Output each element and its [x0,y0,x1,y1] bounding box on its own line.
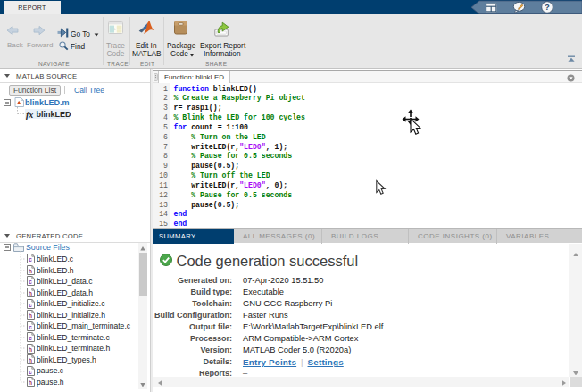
svg-text:c: c [29,256,32,263]
svg-text:c: c [29,369,32,375]
svg-text:h: h [29,268,32,274]
svg-text:?: ? [545,3,550,12]
svg-text:c: c [29,324,32,330]
svg-text:h: h [29,357,32,363]
svg-text:c: c [29,279,32,285]
svg-text:h: h [29,290,32,296]
svg-text:h: h [29,379,32,386]
svg-text:c: c [29,302,32,308]
svg-text:h: h [29,313,32,319]
svg-text:c: c [29,335,32,341]
svg-text:h: h [29,346,32,353]
